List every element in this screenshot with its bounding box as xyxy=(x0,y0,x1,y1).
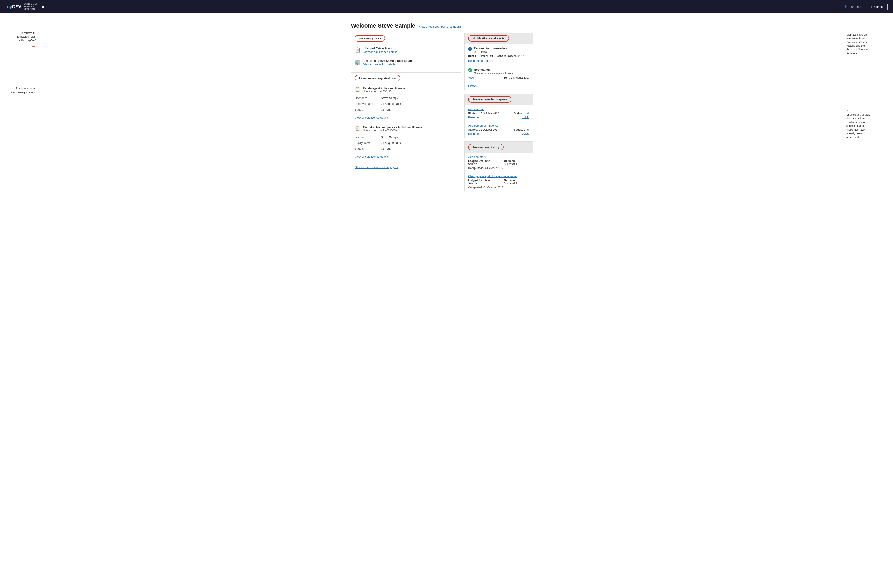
delete-link-1[interactable]: Delete xyxy=(522,132,529,135)
add-secretary-link[interactable]: Add secretary xyxy=(468,155,486,159)
licence-details-1: Licensee: Steve Sample Expiry date: 24 A… xyxy=(355,134,457,152)
view-notification-link[interactable]: View xyxy=(468,76,474,79)
brand: myCAV CONSUMER AFFAIRS VICTORIA ▶ xyxy=(5,3,45,10)
logo-my: my xyxy=(5,4,12,9)
licence-item-1: 📋 Rooming house operator individual lice… xyxy=(351,123,460,162)
licence-actions-1: View or edit licence details xyxy=(355,153,457,159)
licence-field-expiry: Expiry date: 24 August 2020 xyxy=(355,140,457,146)
licence-actions-0: View or edit licence details xyxy=(355,114,457,120)
licences-label: Licences and registrations xyxy=(355,75,400,81)
history-link[interactable]: History xyxy=(465,82,533,90)
logo-subtitle: CONSUMER AFFAIRS VICTORIA xyxy=(24,3,38,10)
licence-action-link-1[interactable]: View or edit licence details xyxy=(355,155,389,158)
respond-to-request-link[interactable]: Respond to request xyxy=(468,59,493,63)
logo-cav: CAV xyxy=(12,4,21,9)
licence-field-status: Status: Current xyxy=(355,106,457,112)
change-phone-link[interactable]: Change principal office phone number xyxy=(468,175,517,178)
info-icon: i xyxy=(468,47,472,51)
transactions-header: Transactions in progress xyxy=(465,94,533,105)
logo-triangle-icon: ▶ xyxy=(42,4,45,9)
txhist-header: Transaction history xyxy=(465,142,533,153)
annotation-roles: Review your registered roles within myCA… xyxy=(0,31,36,50)
person-icon: 👤 xyxy=(843,5,847,9)
notifications-label: Notifications and alerts xyxy=(468,35,509,42)
resume-link-0[interactable]: Resume xyxy=(468,116,479,119)
personal-details-link[interactable]: View or edit your personal details xyxy=(419,25,462,28)
role-item-1: 🏢 Director of Steve Sample Real Estate V… xyxy=(351,56,460,69)
role-item-0: 📋 Licensed Estate Agent View or edit lic… xyxy=(351,44,460,56)
licence-field-licensee: Licensee: Steve Sample xyxy=(355,95,457,101)
transaction-history-card: Transaction history Add secretary Lodged… xyxy=(464,141,533,192)
notifications-header: Notifications and alerts xyxy=(465,33,533,44)
resume-link-1[interactable]: Resume xyxy=(468,132,479,135)
know-you-as-card: We know you as 📋 Licensed Estate Agent V… xyxy=(351,33,461,69)
annotation-transactions: ← Enables you to view the transactions y… xyxy=(846,107,893,139)
role-text-1: Director of Steve Sample Real Estate Vie… xyxy=(363,59,413,66)
add-director-link[interactable]: Add director xyxy=(468,107,484,111)
notif-item-1: ✓ Notification Grant of an estate agent'… xyxy=(465,65,533,82)
other-licences: Other licences you could apply for xyxy=(351,162,460,172)
txhist-label: Transaction history xyxy=(468,144,504,150)
outer-wrapper: Review your registered roles within myCA… xyxy=(0,14,893,208)
navbar-actions: 👤 Your details ↪ Sign out xyxy=(843,3,888,10)
notif-item-0: i Request for information RFI – Initial … xyxy=(465,44,533,65)
welcome-row: Welcome Steve Sample View or edit your p… xyxy=(351,22,533,29)
left-column: We know you as 📋 Licensed Estate Agent V… xyxy=(351,33,461,176)
role-text-0: Licensed Estate Agent View or edit licen… xyxy=(363,47,397,54)
licence-icon-0: 📋 xyxy=(355,87,360,92)
check-icon: ✓ xyxy=(468,68,472,72)
signout-icon: ↪ xyxy=(870,5,872,9)
licence-field-renewal: Renewal date: 24 August 2018 xyxy=(355,101,457,106)
logo: myCAV xyxy=(5,4,21,10)
transactions-card: Transactions in progress Add director St… xyxy=(464,94,533,138)
sign-out-button[interactable]: ↪ Sign out xyxy=(866,3,888,10)
licences-header: Licences and registrations xyxy=(351,73,460,84)
licence-item-0: 📋 Estate agent individual licence Licenc… xyxy=(351,84,460,123)
role-link-0[interactable]: View or edit licence details xyxy=(363,50,397,54)
role-link-1[interactable]: View organisation details xyxy=(363,63,395,66)
navbar: myCAV CONSUMER AFFAIRS VICTORIA ▶ 👤 Your… xyxy=(0,0,893,14)
welcome-title: Welcome Steve Sample xyxy=(351,22,415,29)
licence-title-row-1: 📋 Rooming house operator individual lice… xyxy=(355,126,457,132)
licence-field-licensee-1: Licensee: Steve Sample xyxy=(355,134,457,140)
licence-details-0: Licensee: Steve Sample Renewal date: 24 … xyxy=(355,95,457,112)
page-content: Welcome Steve Sample View or edit your p… xyxy=(351,18,533,200)
txhist-item-1: Change principal office phone number Lod… xyxy=(465,172,533,191)
annotation-notifications: ← Displays important messages from Consu… xyxy=(846,27,893,56)
txhist-item-0: Add secretary Lodged By: Steve Sample Ou… xyxy=(465,153,533,172)
role-icon-1: 🏢 xyxy=(355,60,361,65)
your-details-link[interactable]: 👤 Your details xyxy=(843,5,863,9)
role-icon-0: 📋 xyxy=(355,47,361,53)
add-person-link[interactable]: Add person of influence xyxy=(468,124,499,127)
licences-card: Licences and registrations 📋 Estate agen… xyxy=(351,72,461,172)
transactions-label: Transactions in progress xyxy=(468,96,511,102)
two-col-layout: We know you as 📋 Licensed Estate Agent V… xyxy=(351,33,533,195)
trans-item-0: Add director Started: 02 October 2017 St… xyxy=(465,105,533,121)
delete-link-0[interactable]: Delete xyxy=(522,116,529,119)
notifications-card: Notifications and alerts i Request for i… xyxy=(464,33,533,90)
trans-item-1: Add person of influence Started: 02 Octo… xyxy=(465,121,533,138)
know-you-label: We know you as xyxy=(355,35,385,42)
know-you-header: We know you as xyxy=(351,33,460,44)
licence-action-link-0[interactable]: View or edit licence details xyxy=(355,116,389,119)
right-column: Notifications and alerts i Request for i… xyxy=(464,33,533,195)
licence-title-row-0: 📋 Estate agent individual licence Licenc… xyxy=(355,87,457,93)
other-licences-link[interactable]: Other licences you could apply for xyxy=(355,165,398,169)
annotation-licences: See your current licences/registrations … xyxy=(0,87,36,101)
licence-field-status-1: Status: Current xyxy=(355,146,457,152)
licence-icon-1: 📋 xyxy=(355,126,360,131)
